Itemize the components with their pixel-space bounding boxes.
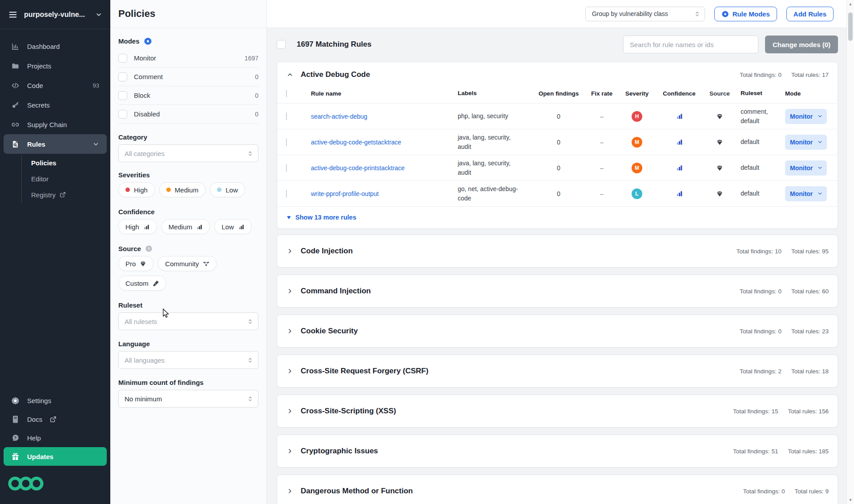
show-more-rules-link[interactable]: Show 13 more rules (277, 206, 838, 228)
mode-dropdown[interactable]: Monitor (785, 186, 827, 201)
severity-chip-medium[interactable]: Medium (159, 182, 205, 197)
monitor-checkbox[interactable] (118, 54, 127, 63)
rule-name-link[interactable]: active-debug-code-getstacktrace (311, 139, 401, 146)
group-by-select[interactable]: Group by vulnerability class (585, 7, 705, 21)
sidebar-item-dashboard[interactable]: Dashboard (4, 36, 107, 56)
sidebar-item-settings[interactable]: Settings (4, 391, 107, 410)
col-header-rule-name: Rule name (311, 90, 458, 97)
chip-label: Pro (125, 260, 136, 268)
expand-chevron-right-icon[interactable] (286, 248, 294, 255)
mode-dropdown[interactable]: Monitor (785, 109, 827, 124)
add-rules-button[interactable]: Add Rules (786, 7, 834, 21)
source-chip-pro[interactable]: Pro (118, 256, 153, 271)
severity-chip-low[interactable]: Low (210, 182, 245, 197)
question-help-icon[interactable] (145, 245, 153, 252)
severity-chip-high[interactable]: High (118, 182, 155, 197)
source-chip-community[interactable]: Community (158, 256, 217, 271)
sidebar-item-projects[interactable]: Projects (4, 56, 107, 76)
language-select[interactable]: All languages (118, 351, 258, 369)
source-chip-custom[interactable]: Custom (118, 276, 166, 291)
total-findings: Total findings: 15 (733, 408, 778, 415)
vertical-scrollbar[interactable]: ▲ ▼ (846, 0, 854, 504)
rule-modes-button[interactable]: Rule Modes (714, 7, 777, 21)
group-header[interactable]: Cookie Security Total findings: 0 Total … (277, 315, 838, 347)
sidebar-item-registry[interactable]: Registry (22, 187, 103, 203)
chip-label: Custom (125, 280, 149, 287)
group-header[interactable]: Dangerous Method or Function Total findi… (277, 475, 838, 504)
row-checkbox[interactable] (286, 112, 287, 120)
sidebar-item-secrets[interactable]: Secrets (4, 95, 107, 115)
expand-chevron-right-icon[interactable] (286, 328, 294, 335)
confidence-chip-low[interactable]: Low (214, 219, 252, 234)
menu-icon[interactable] (8, 10, 18, 20)
rule-labels: php, lang, security (458, 112, 532, 121)
sidebar-item-rules[interactable]: Rules (4, 134, 107, 154)
sidebar-item-updates[interactable]: Updates (4, 447, 107, 466)
search-input[interactable] (623, 36, 758, 53)
policies-content: 1697 Matching Rules Change modes (0) Act… (267, 28, 846, 504)
expand-chevron-right-icon[interactable] (286, 488, 294, 495)
rule-name-link[interactable]: write-pprof-profile-output (311, 190, 379, 197)
rule-name-link[interactable]: active-debug-code-printstacktrace (311, 164, 405, 172)
select-all-checkbox[interactable] (277, 40, 286, 49)
scroll-down-arrow[interactable]: ▼ (847, 498, 854, 502)
select-group-checkbox[interactable] (286, 90, 287, 97)
mode-label: Disabled (134, 110, 160, 118)
min-findings-select[interactable]: No minimum (118, 390, 258, 408)
group-header[interactable]: Cross-Site-Scripting (XSS) Total finding… (277, 395, 838, 427)
modes-settings-gear-icon[interactable] (144, 37, 152, 45)
total-findings: Total findings: 2 (740, 368, 781, 375)
min-findings-filter-label: Minimum count of findings (118, 379, 258, 386)
open-findings-value: 0 (532, 190, 585, 197)
expand-chevron-right-icon[interactable] (286, 288, 294, 295)
sidebar-item-docs[interactable]: Docs (4, 410, 107, 428)
code-icon (11, 81, 20, 90)
group-title: Code Injection (301, 247, 353, 256)
rule-modes-label: Rule Modes (733, 10, 770, 18)
expand-chevron-right-icon[interactable] (286, 448, 294, 455)
group-header[interactable]: Code Injection Total findings: 10 Total … (277, 235, 838, 267)
sidebar-item-code[interactable]: Code 93 (4, 76, 107, 95)
chip-label: Low (226, 186, 238, 194)
group-totals: Total findings: 0 Total rules: 23 (740, 328, 829, 335)
group-header[interactable]: Cryptographic Issues Total findings: 51 … (277, 435, 838, 467)
collapse-chevron-up-icon[interactable] (286, 71, 294, 78)
category-select[interactable]: All categories (118, 144, 258, 162)
change-modes-button[interactable]: Change modes (0) (765, 36, 838, 53)
disabled-checkbox[interactable] (118, 110, 127, 119)
chip-label: Medium (169, 223, 192, 231)
sidebar-item-help[interactable]: Help (4, 428, 107, 447)
ruleset-select[interactable]: All rulesets (118, 312, 258, 330)
total-findings: Total findings: 10 (737, 248, 781, 255)
rule-name-link[interactable]: search-active-debug (311, 113, 367, 120)
total-rules: Total rules: 185 (788, 448, 829, 455)
mode-dropdown[interactable]: Monitor (785, 160, 827, 176)
group-header[interactable]: Active Debug Code Total findings: 0 Tota… (277, 62, 838, 87)
category-filter-label: Category (118, 133, 258, 141)
sidebar-item-supply-chain[interactable]: Supply Chain (4, 115, 107, 134)
comment-checkbox[interactable] (118, 72, 127, 81)
semgrep-logo (8, 475, 44, 494)
block-checkbox[interactable] (118, 91, 127, 100)
scrollbar-thumb[interactable] (848, 12, 853, 41)
confidence-chip-medium[interactable]: Medium (161, 219, 210, 234)
sidebar-item-editor[interactable]: Editor (22, 171, 103, 187)
group-header[interactable]: Cross-Site Request Forgery (CSRF) Total … (277, 355, 838, 387)
row-checkbox[interactable] (286, 138, 287, 146)
expand-chevron-right-icon[interactable] (286, 408, 294, 415)
sidebar-item-policies[interactable]: Policies (22, 155, 103, 171)
confidence-chips: High Medium Low (118, 219, 258, 239)
total-findings: Total findings: 51 (733, 448, 778, 455)
row-checkbox[interactable] (286, 164, 287, 172)
mode-dropdown[interactable]: Monitor (785, 135, 827, 150)
row-checkbox[interactable] (286, 190, 287, 198)
col-header-severity: Severity (619, 90, 655, 97)
gear-icon (721, 10, 729, 18)
scroll-up-arrow[interactable]: ▲ (847, 2, 854, 6)
org-switcher[interactable]: purposely-vulne... (0, 0, 110, 29)
expand-chevron-right-icon[interactable] (286, 368, 294, 375)
confidence-chip-high[interactable]: High (118, 219, 157, 234)
group-card-dangerous-method: Dangerous Method or Function Total findi… (277, 475, 838, 504)
pro-gem-icon (716, 139, 723, 146)
group-header[interactable]: Command Injection Total findings: 0 Tota… (277, 275, 838, 307)
